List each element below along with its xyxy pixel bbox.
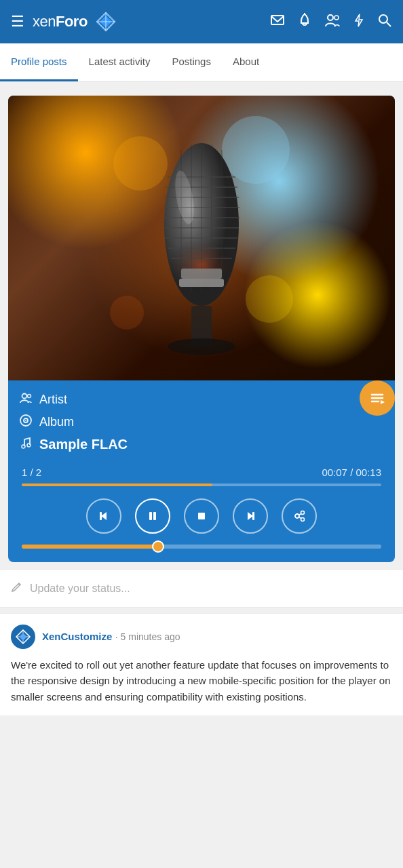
track-time: 00:07 / 00:13	[322, 467, 381, 478]
avatar	[11, 625, 35, 649]
bell-icon[interactable]	[297, 13, 312, 31]
svg-marker-9	[356, 14, 362, 26]
artist-name: Artist	[39, 393, 67, 407]
svg-point-65	[20, 634, 26, 639]
tab-postings[interactable]: Postings	[161, 43, 222, 81]
svg-rect-51	[153, 512, 156, 520]
prev-button[interactable]	[86, 498, 121, 534]
status-input-container[interactable]: Update your status...	[0, 569, 403, 608]
search-icon[interactable]	[377, 13, 392, 31]
svg-point-57	[301, 518, 305, 521]
svg-marker-48	[101, 512, 107, 520]
post-card: XenCustomize · 5 minutes ago We're excit…	[0, 613, 403, 715]
album-art	[8, 96, 395, 380]
main-content: Artist Album Sample FLAC	[0, 82, 403, 722]
svg-rect-34	[181, 269, 222, 279]
svg-point-12	[222, 116, 290, 184]
svg-line-59	[299, 517, 302, 519]
artist-row: Artist	[19, 391, 384, 408]
playlist-icon	[368, 389, 386, 407]
artist-icon	[19, 391, 33, 408]
svg-point-7	[328, 15, 333, 20]
player-controls: 1 / 2 00:07 / 00:13	[8, 458, 395, 549]
album-art-background	[8, 96, 395, 380]
volume-bar-fill	[22, 545, 158, 549]
logo: xenForo	[33, 13, 88, 31]
svg-rect-50	[149, 512, 152, 520]
svg-point-43	[27, 443, 31, 447]
track-counter: 1 / 2	[22, 467, 41, 478]
svg-point-15	[110, 296, 144, 330]
svg-point-41	[25, 420, 26, 421]
lightning-icon[interactable]	[353, 13, 365, 31]
volume-bar[interactable]	[22, 545, 381, 549]
svg-point-10	[379, 15, 387, 23]
track-info: Artist Album Sample FLAC	[8, 380, 395, 453]
album-icon	[19, 414, 33, 431]
top-nav: ☰ xenForo	[0, 0, 403, 43]
logo-regular: xen	[33, 13, 56, 30]
tab-profile-posts[interactable]: Profile posts	[0, 43, 78, 81]
post-time: · 5 minutes ago	[115, 631, 180, 642]
users-icon[interactable]	[324, 13, 341, 31]
edit-icon	[11, 580, 23, 596]
post-content: We're excited to roll out yet another fe…	[11, 657, 392, 705]
svg-marker-53	[248, 512, 253, 520]
nav-left: ☰ xenForo	[11, 12, 259, 32]
track-counter-row: 1 / 2 00:07 / 00:13	[22, 467, 381, 478]
pause-button[interactable]	[135, 498, 170, 534]
svg-point-8	[334, 16, 339, 20]
avatar-icon	[14, 627, 33, 646]
svg-point-13	[113, 136, 168, 191]
player-card: Artist Album Sample FLAC	[8, 96, 395, 562]
svg-point-17	[168, 338, 235, 355]
next-icon	[244, 509, 257, 523]
playback-controls	[22, 498, 381, 534]
svg-marker-47	[381, 400, 385, 404]
album-row: Album	[19, 414, 384, 431]
music-icon	[19, 436, 33, 453]
progress-bar-fill	[22, 484, 212, 486]
svg-point-56	[301, 511, 305, 515]
svg-rect-35	[179, 279, 224, 287]
svg-rect-54	[252, 512, 254, 520]
tab-latest-activity[interactable]: Latest activity	[78, 43, 161, 81]
svg-point-14	[246, 275, 293, 323]
svg-rect-5	[271, 16, 284, 24]
microphone-illustration	[107, 109, 296, 367]
stop-button[interactable]	[184, 498, 219, 534]
title-row: Sample FLAC	[19, 436, 384, 453]
post-meta: XenCustomize · 5 minutes ago	[42, 631, 180, 643]
svg-rect-52	[198, 513, 205, 519]
svg-point-37	[22, 394, 27, 399]
prev-icon	[97, 509, 111, 523]
post-header: XenCustomize · 5 minutes ago	[11, 625, 392, 649]
svg-line-11	[387, 22, 391, 26]
playlist-button[interactable]	[360, 380, 395, 416]
logo-bold: Foro	[56, 13, 88, 30]
svg-point-55	[295, 514, 299, 518]
volume-control[interactable]	[22, 545, 381, 549]
post-username[interactable]: XenCustomize	[42, 631, 112, 642]
tab-about[interactable]: About	[222, 43, 270, 81]
pause-icon	[146, 509, 159, 523]
message-icon[interactable]	[270, 13, 285, 31]
stop-icon	[195, 509, 208, 523]
status-placeholder: Update your status...	[30, 583, 130, 595]
svg-rect-49	[100, 512, 102, 520]
svg-point-38	[28, 395, 31, 398]
volume-knob[interactable]	[152, 540, 164, 553]
tab-bar: Profile posts Latest activity Postings A…	[0, 43, 403, 82]
share-icon	[292, 509, 306, 523]
hamburger-icon[interactable]: ☰	[11, 13, 24, 31]
diamond-logo-icon	[96, 12, 116, 32]
next-button[interactable]	[233, 498, 268, 534]
share-button[interactable]	[282, 498, 317, 534]
album-name: Album	[39, 415, 74, 429]
nav-right	[270, 13, 392, 31]
svg-point-42	[22, 445, 25, 448]
svg-line-58	[299, 514, 302, 515]
progress-bar[interactable]	[22, 484, 381, 486]
track-title: Sample FLAC	[39, 437, 128, 452]
